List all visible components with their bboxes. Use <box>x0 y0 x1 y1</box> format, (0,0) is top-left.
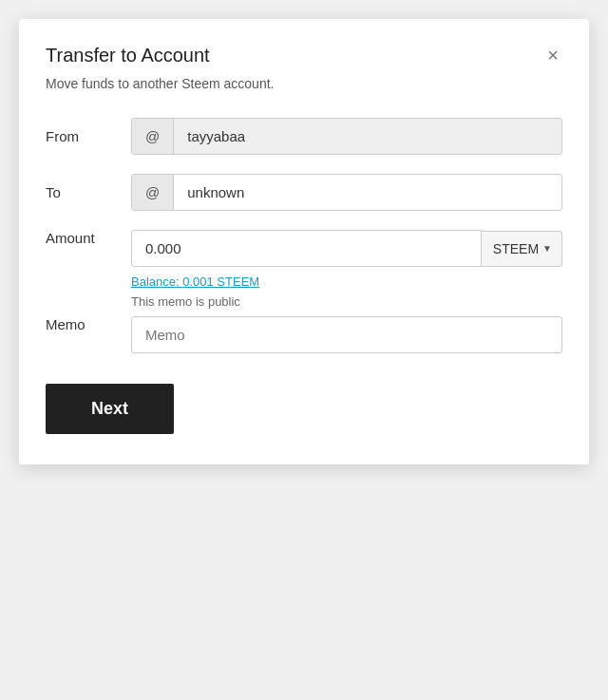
memo-label: Memo <box>46 316 131 332</box>
balance-text[interactable]: Balance: 0.001 STEEM <box>131 274 562 289</box>
chevron-down-icon: ▼ <box>542 243 552 254</box>
dialog-title: Transfer to Account <box>46 45 210 66</box>
transfer-dialog: Transfer to Account × Move funds to anot… <box>19 19 589 464</box>
dialog-subtitle: Move funds to another Steem account. <box>46 76 562 91</box>
currency-label: STEEM <box>493 241 539 256</box>
memo-input[interactable] <box>132 317 561 352</box>
amount-input-group: STEEM ▼ <box>131 230 562 267</box>
amount-input[interactable] <box>132 231 481 266</box>
to-row: To @ <box>46 174 562 211</box>
to-at-symbol: @ <box>132 175 174 210</box>
to-input-wrapper: @ <box>131 174 562 211</box>
amount-label: Amount <box>46 230 131 246</box>
close-button[interactable]: × <box>543 42 562 68</box>
amount-row: Amount STEEM ▼ <box>46 230 562 267</box>
memo-input-wrapper <box>131 316 562 353</box>
from-input-wrapper: @ <box>131 118 562 155</box>
dialog-header: Transfer to Account × <box>46 42 562 68</box>
amount-section: Amount STEEM ▼ Balance: 0.001 STEEM This… <box>46 230 562 316</box>
amount-input-wrapper <box>131 230 482 267</box>
to-input[interactable] <box>174 175 561 210</box>
memo-hint: This memo is public <box>131 294 562 309</box>
from-row: From @ <box>46 118 562 155</box>
memo-row: Memo <box>46 316 562 353</box>
to-label: To <box>46 184 131 200</box>
from-at-symbol: @ <box>132 119 174 154</box>
from-label: From <box>46 128 131 144</box>
from-input <box>174 119 561 154</box>
currency-select[interactable]: STEEM ▼ <box>482 231 562 267</box>
next-button[interactable]: Next <box>46 384 174 434</box>
